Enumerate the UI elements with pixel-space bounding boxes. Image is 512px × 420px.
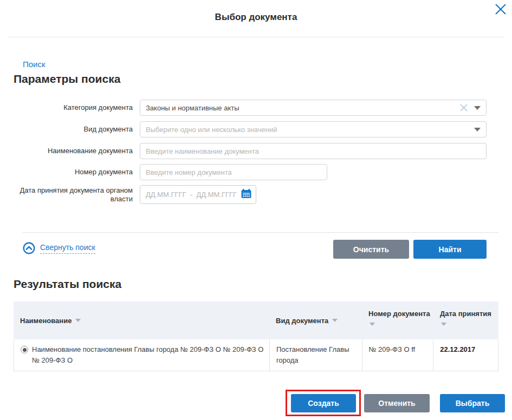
- select-button[interactable]: Выбрать: [440, 394, 505, 412]
- date-range-input[interactable]: [146, 191, 241, 199]
- chevron-down-icon[interactable]: [474, 106, 481, 110]
- sort-arrow-icon[interactable]: [332, 319, 338, 322]
- close-icon[interactable]: [494, 2, 508, 16]
- result-date-cell: 22.12.2017: [433, 339, 498, 371]
- find-button[interactable]: Найти: [413, 240, 487, 259]
- doc-name-label: Наименование документа: [14, 147, 133, 155]
- result-doc-number-cell: № 209-ФЗ О ff: [362, 339, 433, 371]
- calendar-icon[interactable]: [241, 189, 251, 201]
- search-form: Категория документа Вид документа На: [0, 100, 512, 209]
- sort-arrow-icon[interactable]: [441, 323, 446, 326]
- clear-icon[interactable]: [459, 103, 468, 114]
- category-select[interactable]: [140, 100, 487, 116]
- create-button[interactable]: Создать: [291, 394, 356, 412]
- doc-number-input[interactable]: [140, 164, 327, 180]
- chevron-down-icon[interactable]: [474, 128, 481, 132]
- column-header-date[interactable]: Дата принятия: [433, 301, 498, 339]
- results-table: Наименование Вид документа Номер докумен…: [14, 301, 498, 371]
- doc-type-select[interactable]: [140, 121, 487, 137]
- form-row-category: Категория документа: [0, 100, 512, 116]
- category-label: Категория документа: [14, 103, 133, 112]
- dialog-title: Выбор документа: [0, 12, 512, 23]
- header-divider: [8, 37, 504, 37]
- column-header-doc-number[interactable]: Номер документа: [362, 301, 433, 339]
- results-title: Результаты поиска: [14, 278, 121, 291]
- clear-button[interactable]: Очистить: [333, 240, 409, 259]
- search-params-title: Параметры поиска: [14, 73, 120, 86]
- form-row-doc-number: Номер документа: [0, 164, 512, 180]
- collapse-search[interactable]: Свернуть поиск: [23, 242, 95, 254]
- table-row[interactable]: Наименование постановления Главы города …: [14, 339, 498, 371]
- radio-selected-icon[interactable]: [21, 346, 28, 353]
- date-label: Дата принятия документа органом власти: [14, 186, 133, 204]
- collapse-search-link[interactable]: Свернуть поиск: [40, 243, 95, 254]
- search-link[interactable]: Поиск: [23, 60, 46, 69]
- form-row-date: Дата принятия документа органом власти: [0, 185, 512, 204]
- doc-type-label: Вид документа: [14, 125, 133, 134]
- form-divider: [23, 232, 498, 233]
- column-header-doc-type[interactable]: Вид документа: [269, 301, 362, 339]
- sort-arrow-icon[interactable]: [75, 319, 81, 322]
- doc-name-input[interactable]: [140, 143, 487, 159]
- collapse-circle-up-icon[interactable]: [23, 242, 35, 254]
- result-name-cell[interactable]: Наименование постановления Главы города …: [14, 339, 269, 371]
- result-doc-type-cell: Постановление Главы города: [269, 339, 362, 371]
- cancel-button[interactable]: Отменить: [364, 394, 430, 412]
- form-row-doc-name: Наименование документа: [0, 143, 512, 159]
- column-header-name[interactable]: Наименование: [14, 301, 269, 339]
- result-name-text: Наименование постановления Главы города …: [32, 344, 264, 366]
- doc-number-label: Номер документа: [14, 168, 133, 176]
- form-row-doc-type: Вид документа: [0, 121, 512, 137]
- document-select-dialog: Выбор документа Поиск Параметры поиска К…: [0, 0, 512, 420]
- date-range-field[interactable]: [140, 185, 256, 204]
- sort-arrow-icon[interactable]: [370, 323, 375, 326]
- table-header-row: Наименование Вид документа Номер докумен…: [14, 301, 498, 339]
